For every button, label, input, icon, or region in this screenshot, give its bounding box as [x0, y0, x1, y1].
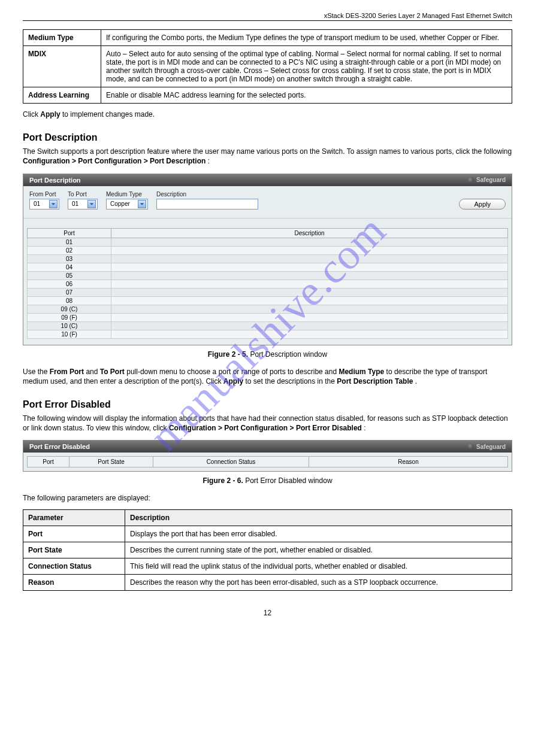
desc-cell	[111, 288, 508, 296]
col-port: Port	[28, 457, 69, 467]
section-intro: The Switch supports a port description f…	[23, 147, 512, 166]
desc-cell	[111, 263, 508, 271]
param-desc: Auto – Select auto for auto sensing of t…	[101, 46, 512, 87]
apply-button[interactable]: Apply	[459, 199, 506, 210]
t: pull-down menu to choose a port or range…	[126, 368, 338, 376]
description-input[interactable]	[156, 199, 258, 210]
col-description: Description	[111, 228, 508, 238]
field-desc: Describes the reason why the port has be…	[125, 574, 512, 590]
port-description-table: Port Description 01 02 03 04 05 06 07 08…	[27, 228, 508, 339]
port-error-disabled-panel: Port Error Disabled Safeguard Port Port …	[23, 440, 512, 472]
table-row: Medium Type If configuring the Combo por…	[23, 30, 512, 46]
table-row: 04	[28, 263, 508, 271]
from-port-ref: From Port	[50, 368, 84, 376]
table-row: Reason Describes the reason why the port…	[23, 574, 512, 590]
t: to set the descriptions in the	[246, 377, 337, 385]
medium-type-ref: Medium Type	[338, 368, 384, 376]
col-state: Port State	[69, 457, 153, 467]
desc-cell	[111, 254, 508, 263]
port-cell: 01	[28, 238, 111, 246]
table-row: 03	[28, 254, 508, 263]
from-port-label: From Port	[29, 191, 59, 198]
field-desc: This field will read the uplink status o…	[125, 558, 512, 574]
table-row: 09 (F)	[28, 313, 508, 321]
port-cell: 05	[28, 271, 111, 280]
chevron-down-icon	[49, 200, 58, 208]
desc-cell	[111, 321, 508, 330]
port-cell: 04	[28, 263, 111, 271]
nav-path: Configuration > Port Configuration > Por…	[169, 424, 362, 432]
table-row: 10 (F)	[28, 330, 508, 338]
desc-cell	[111, 280, 508, 288]
from-port-select[interactable]: 01	[29, 199, 59, 210]
chevron-down-icon	[138, 200, 146, 208]
table-row: 05	[28, 271, 508, 280]
port-description-panel: Port Description Safeguard From Port 01 …	[23, 174, 512, 345]
medium-type-value: Copper	[110, 201, 130, 207]
safeguard-icon	[468, 444, 474, 450]
port-desc-table-ref: Port Description Table	[337, 377, 413, 385]
desc-cell	[111, 305, 508, 313]
param-desc: If configuring the Combo ports, the Medi…	[101, 30, 512, 46]
field-label: Port	[23, 526, 125, 542]
table-header-row: Port Description	[28, 228, 508, 238]
field-label: Reason	[23, 574, 125, 590]
table-row: Port State Describes the current running…	[23, 542, 512, 558]
safeguard-text: Safeguard	[476, 177, 506, 183]
port-cell: 09 (C)	[28, 305, 111, 313]
table-row: Address Learning Enable or disable MAC a…	[23, 87, 512, 104]
port-cell: 03	[28, 254, 111, 263]
field-desc: Displays the port that has been error di…	[125, 526, 512, 542]
figure-label: Figure 2 - 6.	[202, 476, 243, 485]
from-port-group: From Port 01	[29, 191, 59, 210]
port-cell: 02	[28, 246, 111, 254]
to-port-group: To Port 01	[68, 191, 98, 210]
col-connection: Connection Status	[153, 457, 309, 467]
safeguard-badge: Safeguard	[468, 444, 506, 450]
text-prefix: Click	[23, 110, 40, 119]
panel-form-row: From Port 01 To Port 01 Medium Type Copp…	[23, 186, 512, 218]
table-row: 08	[28, 296, 508, 305]
t: Use the	[23, 368, 50, 376]
port-cell: 10 (F)	[28, 330, 111, 338]
outro-colon: :	[364, 424, 365, 432]
fields-intro: The following parameters are displayed:	[23, 493, 512, 503]
panel-table-body: Port Port State Connection Status Reason	[23, 453, 512, 471]
apply-sentence: Click Apply to implement changes made.	[23, 110, 512, 119]
desc-cell	[111, 271, 508, 280]
col-port: Port	[28, 228, 111, 238]
intro-text: The Switch supports a port description f…	[23, 147, 512, 156]
port-error-table: Port Port State Connection Status Reason	[27, 456, 508, 467]
col-parameter: Parameter	[23, 509, 125, 526]
to-port-value: 01	[72, 201, 78, 207]
param-label: Address Learning	[23, 87, 101, 104]
nav-path: Configuration > Port Configuration > Por…	[23, 157, 205, 165]
safeguard-badge: Safeguard	[468, 177, 506, 183]
param-label: Medium Type	[23, 30, 101, 46]
medium-type-label: Medium Type	[106, 191, 148, 198]
t: and	[86, 368, 99, 376]
table-row: 09 (C)	[28, 305, 508, 313]
panel-titlebar: Port Error Disabled Safeguard	[23, 441, 512, 453]
col-reason: Reason	[309, 457, 508, 467]
t: .	[415, 377, 417, 385]
port-cell: 07	[28, 288, 111, 296]
medium-type-group: Medium Type Copper	[106, 191, 148, 210]
to-port-select[interactable]: 01	[68, 199, 98, 210]
parameter-table-top: Medium Type If configuring the Combo por…	[23, 29, 512, 104]
port-cell: 10 (C)	[28, 321, 111, 330]
apply-ref: Apply	[223, 377, 243, 385]
header-rule	[23, 20, 512, 21]
field-label: Connection Status	[23, 558, 125, 574]
header-text: xStack DES-3200 Series Layer 2 Managed F…	[324, 12, 512, 19]
table-row: MDIX Auto – Select auto for auto sensing…	[23, 46, 512, 87]
field-desc: Describes the current running state of t…	[125, 542, 512, 558]
table-row: 01	[28, 238, 508, 246]
figure-caption-2: Figure 2 - 6. Port Error Disabled window	[23, 476, 512, 485]
medium-type-select[interactable]: Copper	[106, 199, 148, 210]
desc-cell	[111, 330, 508, 338]
desc-cell	[111, 238, 508, 246]
desc-cell	[111, 246, 508, 254]
page-number: 12	[23, 609, 512, 617]
port-cell: 06	[28, 280, 111, 288]
